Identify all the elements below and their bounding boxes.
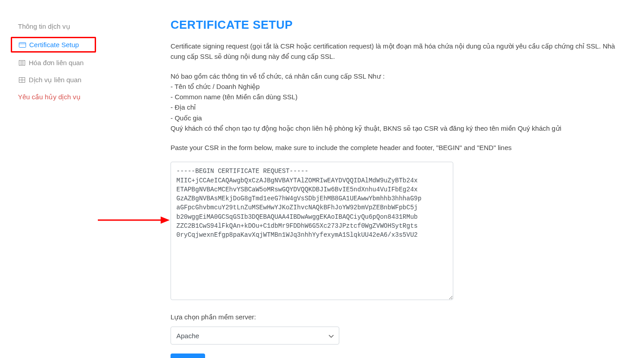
- intro-paragraph: Certificate signing request (gọi tắt là …: [171, 41, 619, 62]
- svg-rect-0: [19, 42, 26, 47]
- info-line: - Địa chỉ: [171, 102, 619, 112]
- info-line: - Common name (tên Miền cần dùng SSL): [171, 92, 619, 102]
- sidebar-item-label: Yêu cầu hủy dịch vụ: [18, 93, 81, 101]
- sidebar-item-invoices[interactable]: Hóa đơn liên quan: [18, 54, 162, 71]
- sidebar-item-label: Dịch vụ liên quan: [29, 76, 81, 84]
- sidebar-item-label: Certificate Setup: [29, 41, 79, 49]
- info-line: - Quốc gia: [171, 113, 619, 123]
- main-content: CERTIFICATE SETUP Certificate signing re…: [162, 18, 628, 358]
- info-list: Nó bao gồm các thông tin về tổ chức, cá …: [171, 71, 619, 134]
- sidebar-item-related-services[interactable]: Dịch vụ liên quan: [18, 71, 162, 88]
- list-icon: [18, 60, 26, 66]
- sidebar-item-cancel-service[interactable]: Yêu cầu hủy dịch vụ: [18, 88, 162, 106]
- paste-hint: Paste your CSR in the form below, make s…: [171, 142, 619, 153]
- sidebar-active-highlight: Certificate Setup: [11, 37, 96, 53]
- info-line: Nó bao gồm các thông tin về tổ chức, cá …: [171, 71, 619, 81]
- sidebar: Thông tin dịch vụ Certificate Setup: [18, 18, 162, 358]
- server-software-label: Lựa chọn phần mềm server:: [171, 313, 619, 321]
- sidebar-item-label: Thông tin dịch vụ: [18, 22, 70, 31]
- sidebar-item-certificate-setup[interactable]: Certificate Setup: [12, 41, 90, 49]
- sidebar-item-label: Hóa đơn liên quan: [29, 59, 83, 67]
- server-software-select[interactable]: Apache: [171, 327, 339, 345]
- info-line: Quý khách có thể chọn tạo tự động hoặc c…: [171, 123, 619, 133]
- grid-icon: [18, 77, 26, 83]
- card-icon: [18, 42, 26, 48]
- csr-input[interactable]: [171, 162, 453, 300]
- submit-button[interactable]: Gửi đi: [171, 354, 205, 358]
- info-line: - Tên tổ chức / Doanh Nghiệp: [171, 81, 619, 92]
- page-title: CERTIFICATE SETUP: [171, 18, 619, 32]
- sidebar-item-service-info[interactable]: Thông tin dịch vụ: [18, 18, 162, 35]
